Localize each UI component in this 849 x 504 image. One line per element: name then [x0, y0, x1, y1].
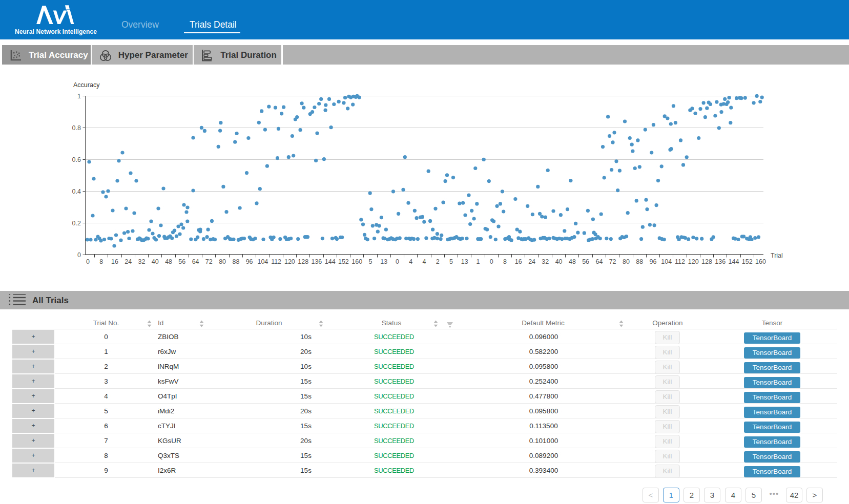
svg-text:0.6: 0.6	[72, 156, 81, 163]
svg-text:56: 56	[178, 258, 185, 265]
svg-text:16: 16	[515, 258, 522, 265]
svg-text:64: 64	[595, 258, 603, 265]
svg-text:48: 48	[165, 258, 172, 265]
svg-text:128: 128	[298, 258, 308, 265]
svg-text:72: 72	[205, 258, 213, 265]
svg-text:5: 5	[369, 258, 372, 265]
svg-text:32: 32	[138, 258, 146, 265]
svg-text:Accuracy: Accuracy	[73, 81, 100, 89]
svg-text:96: 96	[649, 258, 656, 265]
svg-text:16: 16	[111, 258, 118, 265]
svg-text:80: 80	[219, 258, 226, 265]
svg-text:0: 0	[86, 258, 90, 265]
svg-text:5: 5	[449, 258, 453, 265]
svg-text:1: 1	[477, 258, 480, 265]
svg-text:8: 8	[503, 258, 507, 265]
svg-text:13: 13	[461, 258, 468, 265]
svg-text:4: 4	[423, 258, 426, 265]
svg-text:152: 152	[338, 258, 349, 265]
svg-text:152: 152	[742, 258, 753, 265]
svg-text:0: 0	[77, 251, 81, 259]
svg-text:72: 72	[609, 258, 616, 265]
svg-text:88: 88	[636, 258, 643, 265]
svg-text:96: 96	[246, 258, 253, 265]
svg-text:0: 0	[396, 258, 399, 265]
svg-text:1: 1	[77, 93, 81, 100]
svg-text:112: 112	[271, 258, 281, 265]
svg-text:104: 104	[257, 258, 268, 265]
svg-text:56: 56	[582, 258, 589, 265]
svg-text:8: 8	[99, 258, 103, 265]
svg-text:88: 88	[232, 258, 239, 265]
svg-text:136: 136	[311, 258, 322, 265]
svg-text:48: 48	[569, 258, 576, 265]
svg-text:40: 40	[152, 258, 159, 265]
svg-text:2: 2	[436, 258, 440, 265]
svg-text:40: 40	[555, 258, 563, 265]
svg-text:128: 128	[701, 258, 712, 265]
svg-text:4: 4	[409, 258, 412, 265]
svg-text:120: 120	[284, 258, 295, 265]
svg-text:0.2: 0.2	[72, 220, 81, 227]
svg-text:160: 160	[351, 258, 362, 265]
svg-text:32: 32	[542, 258, 549, 265]
svg-text:0: 0	[490, 258, 493, 265]
svg-text:120: 120	[688, 258, 699, 265]
svg-text:0.8: 0.8	[72, 124, 81, 132]
svg-text:24: 24	[125, 258, 132, 265]
svg-text:24: 24	[528, 258, 535, 265]
svg-text:13: 13	[380, 258, 387, 265]
svg-text:112: 112	[675, 258, 685, 265]
svg-text:0.4: 0.4	[72, 188, 81, 195]
svg-text:104: 104	[661, 258, 672, 265]
svg-text:160: 160	[755, 258, 766, 265]
svg-text:136: 136	[715, 258, 726, 265]
svg-text:64: 64	[192, 258, 199, 265]
svg-text:80: 80	[623, 258, 630, 265]
svg-text:144: 144	[325, 258, 336, 265]
svg-text:Trial: Trial	[771, 252, 783, 259]
svg-text:144: 144	[729, 258, 739, 265]
